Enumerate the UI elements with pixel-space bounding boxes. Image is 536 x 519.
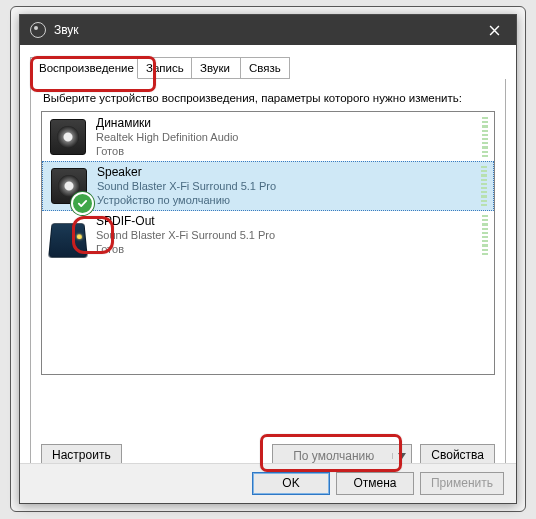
client-area: Воспроизведение Запись Звуки Связь Выбер… [20, 45, 516, 503]
device-name: Динамики [96, 116, 482, 130]
apply-button[interactable]: Применить [420, 472, 504, 495]
tab-strip: Воспроизведение Запись Звуки Связь Выбер… [30, 57, 506, 81]
playback-panel: Выберите устройство воспроизведения, пар… [30, 79, 506, 481]
chevron-down-icon [398, 453, 406, 459]
device-row[interactable]: Speaker Sound Blaster X-Fi Surround 5.1 … [42, 161, 494, 211]
device-row[interactable]: Динамики Realtek High Definition Audio Г… [42, 112, 494, 162]
speaker-icon [50, 119, 86, 155]
device-status: Устройство по умолчанию [97, 193, 481, 207]
device-status: Готов [96, 144, 482, 158]
close-icon [489, 25, 500, 36]
ok-button[interactable]: OK [252, 472, 330, 495]
device-driver: Sound Blaster X-Fi Surround 5.1 Pro [97, 179, 481, 193]
device-driver: Realtek High Definition Audio [96, 130, 482, 144]
device-row[interactable]: SPDIF-Out Sound Blaster X-Fi Surround 5.… [42, 210, 494, 260]
device-name: Speaker [97, 165, 481, 179]
device-status: Готов [96, 242, 482, 256]
default-check-icon [71, 192, 94, 215]
set-default-label: По умолчанию [273, 449, 392, 463]
tab-playback[interactable]: Воспроизведение [30, 57, 138, 79]
device-driver: Sound Blaster X-Fi Surround 5.1 Pro [96, 228, 482, 242]
level-meter [482, 215, 488, 255]
device-meta: SPDIF-Out Sound Blaster X-Fi Surround 5.… [96, 214, 482, 256]
device-list[interactable]: Динамики Realtek High Definition Audio Г… [41, 111, 495, 375]
sound-dialog: Звук Воспроизведение Запись Звуки Связь … [19, 14, 517, 504]
tab-sounds[interactable]: Звуки [191, 57, 241, 79]
device-meta: Speaker Sound Blaster X-Fi Surround 5.1 … [97, 165, 481, 207]
level-meter [481, 166, 487, 206]
dialog-footer: OK Отмена Применить [20, 463, 516, 503]
app-icon [30, 22, 46, 38]
titlebar[interactable]: Звук [20, 15, 516, 45]
tab-communications[interactable]: Связь [240, 57, 290, 79]
set-default-dropdown[interactable] [392, 453, 411, 459]
level-meter [482, 117, 488, 157]
digital-out-icon [48, 223, 88, 258]
tab-recording[interactable]: Запись [137, 57, 192, 79]
window-title: Звук [54, 23, 472, 37]
device-meta: Динамики Realtek High Definition Audio Г… [96, 116, 482, 158]
device-name: SPDIF-Out [96, 214, 482, 228]
instruction-text: Выберите устройство воспроизведения, пар… [43, 91, 493, 105]
cancel-button[interactable]: Отмена [336, 472, 414, 495]
close-button[interactable] [472, 15, 516, 45]
